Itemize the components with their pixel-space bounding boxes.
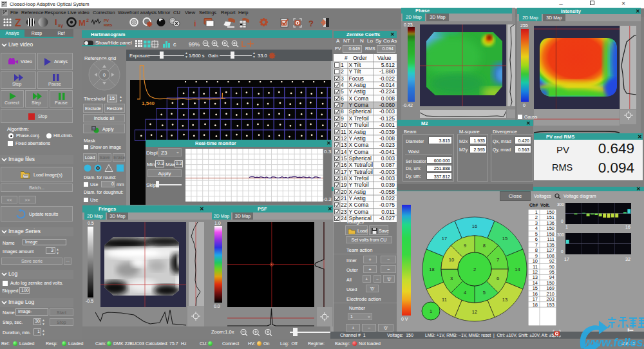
svg-text:0: 0 bbox=[103, 73, 106, 77]
svg-text:1: 1 bbox=[341, 62, 344, 68]
svg-text:Y Astig: Y Astig bbox=[349, 195, 366, 202]
svg-text:-0.003: -0.003 bbox=[379, 175, 395, 182]
svg-text:c: c bbox=[173, 41, 176, 48]
svg-text:Y Tilt: Y Tilt bbox=[349, 68, 361, 75]
svg-text:5: 5 bbox=[341, 88, 344, 95]
svg-text:Y Trefoil: Y Trefoil bbox=[349, 182, 369, 188]
svg-text:153: 153 bbox=[546, 302, 554, 308]
svg-text:10: 10 bbox=[449, 257, 454, 263]
svg-text:19: 19 bbox=[341, 182, 347, 188]
svg-text:99%: 99% bbox=[189, 41, 200, 48]
svg-text:1,540: 1,540 bbox=[142, 100, 155, 106]
svg-text:7: 7 bbox=[497, 257, 499, 263]
svg-text:Spherical: Spherical bbox=[349, 215, 372, 222]
svg-text:-0.014: -0.014 bbox=[379, 82, 395, 88]
svg-text:RMS: RMS bbox=[104, 23, 112, 27]
svg-text:M: M bbox=[79, 18, 86, 28]
svg-text:8: 8 bbox=[483, 243, 486, 249]
svg-text:PV: PV bbox=[104, 19, 109, 23]
svg-text:0.008: 0.008 bbox=[381, 95, 395, 102]
svg-text:2: 2 bbox=[86, 18, 89, 23]
svg-text:Z: Z bbox=[15, 17, 21, 28]
svg-text:0.022: 0.022 bbox=[381, 195, 395, 202]
svg-text:13: 13 bbox=[502, 297, 507, 303]
svg-text:15: 15 bbox=[502, 236, 507, 241]
svg-text:X Astig: X Astig bbox=[349, 82, 366, 88]
svg-text:-0.125: -0.125 bbox=[379, 115, 395, 122]
svg-text:-0.023: -0.023 bbox=[379, 142, 395, 148]
svg-text:18: 18 bbox=[429, 267, 434, 272]
svg-text:18: 18 bbox=[341, 175, 347, 182]
svg-text:6: 6 bbox=[497, 276, 499, 281]
svg-text:3: 3 bbox=[341, 75, 344, 82]
svg-text:0.003: 0.003 bbox=[381, 155, 395, 162]
svg-text:9: 9 bbox=[464, 243, 466, 249]
svg-text:X Astig: X Astig bbox=[349, 189, 366, 195]
svg-text:Y Coma: Y Coma bbox=[349, 149, 369, 155]
svg-text:22: 22 bbox=[341, 202, 347, 208]
svg-text:X Coma: X Coma bbox=[349, 202, 369, 208]
svg-text:Spherical: Spherical bbox=[349, 155, 372, 162]
svg-text:17: 17 bbox=[442, 236, 447, 241]
svg-text:Y Astig: Y Astig bbox=[349, 88, 366, 95]
svg-text:X Trefoil: X Trefoil bbox=[349, 175, 369, 182]
svg-text:8: 8 bbox=[341, 108, 344, 115]
svg-text:12: 12 bbox=[472, 309, 477, 315]
svg-text:0.039: 0.039 bbox=[381, 182, 395, 188]
svg-text:Spherical: Spherical bbox=[349, 108, 372, 115]
svg-text:Y Tetrafoil: Y Tetrafoil bbox=[349, 169, 374, 175]
svg-text:13: 13 bbox=[341, 142, 347, 148]
svg-text:15: 15 bbox=[341, 155, 347, 162]
svg-text:X Tetrafoil: X Tetrafoil bbox=[349, 162, 374, 168]
svg-text:7: 7 bbox=[341, 102, 344, 108]
svg-text:Y Coma: Y Coma bbox=[349, 209, 369, 215]
svg-text:1: 1 bbox=[430, 308, 432, 314]
svg-text:-0.058: -0.058 bbox=[379, 189, 395, 195]
svg-text:X Trefoil: X Trefoil bbox=[349, 115, 369, 122]
svg-text:14: 14 bbox=[515, 267, 520, 272]
svg-text:2: 2 bbox=[473, 267, 476, 272]
svg-text:www.felles.cn: www.felles.cn bbox=[583, 336, 644, 349]
svg-text:xy: xy bbox=[58, 23, 63, 28]
svg-text:X Coma: X Coma bbox=[349, 142, 369, 148]
svg-text:I: I bbox=[55, 17, 57, 27]
svg-text:-0.224: -0.224 bbox=[379, 88, 395, 95]
svg-text:4: 4 bbox=[464, 290, 466, 296]
svg-text:-0.001: -0.001 bbox=[379, 122, 395, 128]
svg-text:20: 20 bbox=[341, 189, 347, 195]
svg-text:?: ? bbox=[308, 19, 314, 28]
svg-text:21: 21 bbox=[341, 195, 347, 202]
svg-text:17: 17 bbox=[341, 169, 347, 175]
svg-text:11: 11 bbox=[341, 129, 346, 135]
svg-text:6: 6 bbox=[341, 95, 344, 102]
svg-text:i: i bbox=[194, 19, 196, 28]
svg-text:X Tilt: X Tilt bbox=[349, 62, 362, 68]
svg-text:0.087: 0.087 bbox=[381, 162, 395, 168]
svg-text:Y Coma: Y Coma bbox=[349, 102, 369, 108]
svg-text:-0.003: -0.003 bbox=[379, 108, 395, 115]
svg-text:0.011: 0.011 bbox=[381, 209, 395, 215]
svg-text:Value: Value bbox=[377, 55, 391, 61]
svg-text:-0.027: -0.027 bbox=[379, 215, 395, 222]
svg-text:23: 23 bbox=[341, 209, 347, 215]
svg-text:-0.022: -0.022 bbox=[379, 75, 395, 82]
svg-text:Y Trefoil: Y Trefoil bbox=[349, 122, 369, 128]
svg-text:X Coma: X Coma bbox=[349, 95, 369, 102]
svg-text:9: 9 bbox=[341, 115, 344, 122]
svg-text:-0.075: -0.075 bbox=[379, 202, 395, 208]
svg-text:12: 12 bbox=[341, 135, 347, 142]
svg-text:4: 4 bbox=[341, 82, 344, 88]
svg-text:-0.060: -0.060 bbox=[379, 102, 395, 108]
svg-text:Order: Order bbox=[353, 55, 367, 61]
svg-text:Y Astig: Y Astig bbox=[349, 135, 366, 142]
svg-text:16: 16 bbox=[341, 162, 347, 168]
svg-text:-1.880: -1.880 bbox=[379, 68, 395, 75]
svg-text:2: 2 bbox=[341, 68, 344, 75]
svg-text:Focus: Focus bbox=[349, 75, 364, 82]
svg-text:11: 11 bbox=[442, 297, 447, 303]
svg-text:-0.008: -0.008 bbox=[379, 135, 395, 142]
svg-text:16: 16 bbox=[472, 223, 477, 229]
svg-text:-0.041: -0.041 bbox=[379, 149, 395, 155]
svg-text:14: 14 bbox=[341, 149, 347, 155]
svg-text:5.612: 5.612 bbox=[381, 62, 395, 68]
